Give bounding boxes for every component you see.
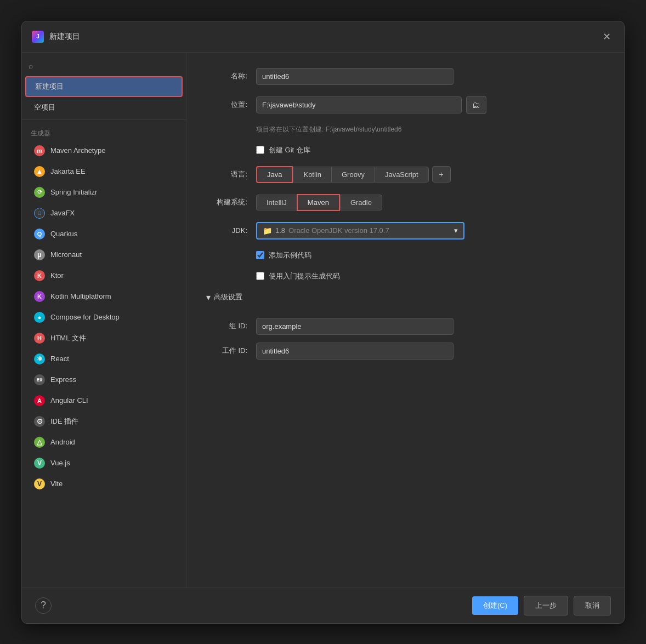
sidebar-item-react[interactable]: ⚛ React: [25, 349, 183, 369]
javafx-icon: □: [34, 208, 45, 219]
ktor-icon: K: [34, 270, 45, 281]
search-bar: ⌕: [22, 58, 186, 73]
sidebar-item-label: Micronaut: [50, 250, 82, 259]
sidebar-item-ide-plugin[interactable]: ⊙ IDE 插件: [25, 412, 183, 431]
sidebar-item-javafx[interactable]: □ JavaFX: [25, 203, 183, 223]
name-label: 名称:: [206, 71, 247, 81]
search-input[interactable]: [36, 61, 179, 70]
language-row: 语言: Java Kotlin Groovy JavaScript +: [206, 166, 604, 183]
build-maven-button[interactable]: Maven: [297, 194, 340, 211]
sidebar-item-label: Android: [50, 438, 75, 446]
onboarding-checkbox[interactable]: [256, 272, 264, 280]
react-icon: ⚛: [34, 354, 45, 364]
sidebar-item-html[interactable]: H HTML 文件: [25, 328, 183, 348]
build-gradle-button[interactable]: Gradle: [340, 195, 382, 210]
group-id-label: 组 ID:: [206, 321, 247, 331]
ide-plugin-icon: ⊙: [34, 416, 45, 427]
sidebar-item-kotlin-mp[interactable]: K Kotlin Multiplatform: [25, 287, 183, 306]
add-sample-label[interactable]: 添加示例代码: [269, 250, 311, 260]
build-intellij-button[interactable]: IntelliJ: [256, 195, 297, 210]
artifact-id-input[interactable]: [256, 343, 454, 360]
help-button[interactable]: ?: [35, 597, 52, 614]
build-label: 构建系统:: [206, 197, 247, 207]
micronaut-icon: μ: [34, 249, 45, 260]
quarkus-icon: Q: [34, 229, 45, 240]
chevron-right-icon: ▾: [206, 292, 211, 303]
sidebar-item-label: Ktor: [50, 271, 64, 280]
sidebar-item-vuejs[interactable]: V Vue.js: [25, 453, 183, 473]
sidebar-item-label: HTML 文件: [50, 333, 86, 343]
group-id-row: 组 ID:: [206, 318, 604, 335]
sidebar-item-compose[interactable]: ● Compose for Desktop: [25, 307, 183, 327]
sidebar-item-android[interactable]: △ Android: [25, 432, 183, 452]
add-language-button[interactable]: +: [432, 166, 451, 183]
sidebar-item-jakarta[interactable]: ▲ Jakarta EE: [25, 162, 183, 181]
sidebar-item-label: Quarkus: [50, 230, 77, 238]
content-area: 名称: 位置: 🗂 项目将在以下位置创建: F:\javaweb\study\u…: [186, 53, 624, 588]
sidebar-item-label: Spring Initializr: [50, 188, 97, 196]
search-icon: ⌕: [29, 61, 33, 70]
location-input[interactable]: [256, 96, 462, 113]
sidebar-item-vite[interactable]: V Vite: [25, 474, 183, 494]
name-row: 名称:: [206, 68, 604, 85]
advanced-content: 组 ID: 工件 ID:: [206, 318, 604, 360]
sidebar-item-ktor[interactable]: K Ktor: [25, 266, 183, 286]
location-label: 位置:: [206, 100, 247, 110]
sidebar-item-spring[interactable]: ⟳ Spring Initializr: [25, 183, 183, 202]
add-sample-checkbox[interactable]: [256, 251, 264, 259]
artifact-id-row: 工件 ID:: [206, 343, 604, 360]
angular-icon: A: [34, 395, 45, 406]
sidebar-item-label: Angular CLI: [50, 396, 88, 404]
sidebar: ⌕ 新建项目 空项目 生成器 m Maven Archetype ▲ Jakar…: [22, 53, 186, 588]
sidebar-item-new-project[interactable]: 新建项目: [25, 76, 183, 97]
sidebar-item-label: Express: [50, 375, 76, 384]
onboarding-label[interactable]: 使用入门提示生成代码: [269, 271, 340, 281]
dialog-body: ⌕ 新建项目 空项目 生成器 m Maven Archetype ▲ Jakar…: [22, 53, 624, 588]
advanced-label: 高级设置: [214, 292, 242, 302]
sidebar-item-empty-project[interactable]: 空项目: [25, 98, 183, 117]
dialog-footer: ? 创建(C) 上一步 取消: [22, 588, 624, 623]
back-button[interactable]: 上一步: [524, 596, 568, 615]
sidebar-item-maven[interactable]: m Maven Archetype: [25, 141, 183, 161]
sidebar-item-label: Vue.js: [50, 459, 70, 467]
jdk-detail: Oracle OpenJDK version 17.0.7: [288, 226, 389, 235]
location-input-group: 🗂: [256, 96, 486, 114]
jdk-folder-icon: 📁: [263, 226, 272, 235]
sidebar-item-express[interactable]: ex Express: [25, 370, 183, 390]
sidebar-item-label: 新建项目: [35, 82, 64, 92]
express-icon: ex: [34, 374, 45, 385]
artifact-id-label: 工件 ID:: [206, 346, 247, 356]
onboarding-row: 使用入门提示生成代码: [256, 271, 604, 281]
git-checkbox-label[interactable]: 创建 Git 仓库: [269, 145, 310, 155]
location-row: 位置: 🗂: [206, 96, 604, 114]
lang-kotlin-button[interactable]: Kotlin: [293, 167, 331, 183]
logo-text: J: [36, 33, 39, 39]
close-button[interactable]: ✕: [599, 29, 614, 44]
jakarta-icon: ▲: [34, 166, 45, 177]
chevron-down-icon: ▾: [454, 226, 458, 235]
name-input[interactable]: [256, 68, 454, 85]
jdk-version: 1.8: [275, 226, 285, 235]
sidebar-item-label: React: [50, 355, 69, 363]
sidebar-item-micronaut[interactable]: μ Micronaut: [25, 245, 183, 265]
jdk-label: JDK:: [206, 226, 247, 235]
lang-java-button[interactable]: Java: [256, 166, 293, 183]
advanced-settings-toggle[interactable]: ▾ 高级设置: [206, 292, 604, 303]
lang-groovy-button[interactable]: Groovy: [331, 167, 375, 183]
kotlin-mp-icon: K: [34, 291, 45, 302]
sidebar-item-angular[interactable]: A Angular CLI: [25, 391, 183, 411]
sidebar-item-quarkus[interactable]: Q Quarkus: [25, 224, 183, 244]
git-checkbox[interactable]: [256, 146, 264, 154]
title-bar: J 新建项目 ✕: [22, 21, 624, 53]
browse-folder-button[interactable]: 🗂: [466, 96, 486, 114]
sidebar-item-label: 空项目: [34, 102, 55, 112]
jdk-dropdown[interactable]: 📁 1.8 Oracle OpenJDK version 17.0.7 ▾: [256, 222, 464, 240]
git-checkbox-row: 创建 Git 仓库: [256, 145, 604, 155]
cancel-button[interactable]: 取消: [574, 596, 611, 615]
vite-icon: V: [34, 478, 45, 489]
maven-icon: m: [34, 145, 45, 156]
sidebar-item-label: Kotlin Multiplatform: [50, 292, 111, 300]
group-id-input[interactable]: [256, 318, 454, 335]
lang-javascript-button[interactable]: JavaScript: [375, 167, 429, 183]
create-button[interactable]: 创建(C): [472, 596, 518, 615]
